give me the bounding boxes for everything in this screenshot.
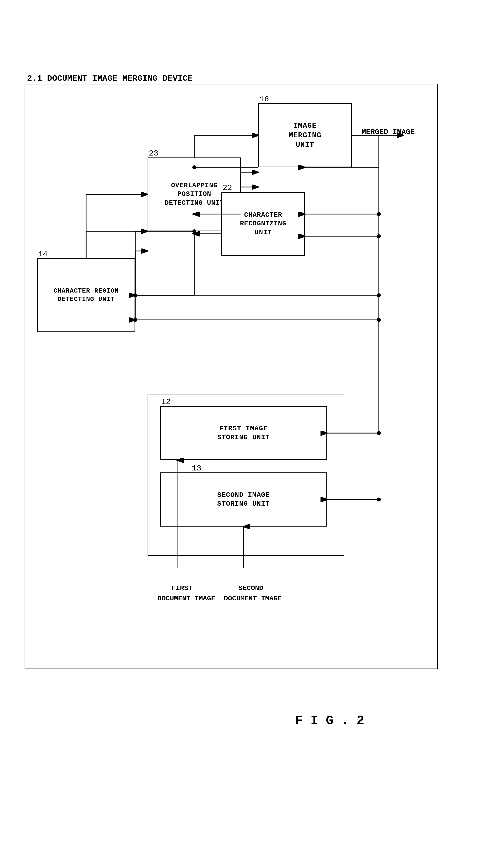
overlapping-unit-id: 23 xyxy=(149,149,158,158)
character-region-unit-id: 14 xyxy=(38,250,47,259)
second-document-image-label: SECONDDOCUMENT IMAGE xyxy=(224,583,278,604)
first-image-storing-unit-id: 12 xyxy=(161,397,170,407)
figure-label: F I G . 2 xyxy=(295,714,364,728)
image-merging-unit-id: 16 xyxy=(260,95,269,104)
first-document-image-label: FIRSTDOCUMENT IMAGE xyxy=(158,583,207,604)
first-image-storing-unit-box: FIRST IMAGESTORING UNIT xyxy=(160,406,327,460)
diagram-container: 2.1 DOCUMENT IMAGE MERGING DEVICE IMAGEM… xyxy=(0,0,504,858)
merged-image-label: MERGED IMAGE xyxy=(362,128,415,136)
character-recognizing-unit-box: CHARACTERRECOGNIZINGUNIT xyxy=(222,192,305,256)
character-recognizing-unit-id: 22 xyxy=(223,183,232,192)
device-label: 2.1 DOCUMENT IMAGE MERGING DEVICE xyxy=(27,74,193,83)
second-image-storing-unit-id: 13 xyxy=(192,464,201,473)
image-merging-unit-box: IMAGEMERGINGUNIT xyxy=(258,104,352,167)
character-region-unit-box: CHARACTER REGIONDETECTING UNIT xyxy=(37,258,135,332)
second-image-storing-unit-box: SECOND IMAGESTORING UNIT xyxy=(160,473,327,527)
